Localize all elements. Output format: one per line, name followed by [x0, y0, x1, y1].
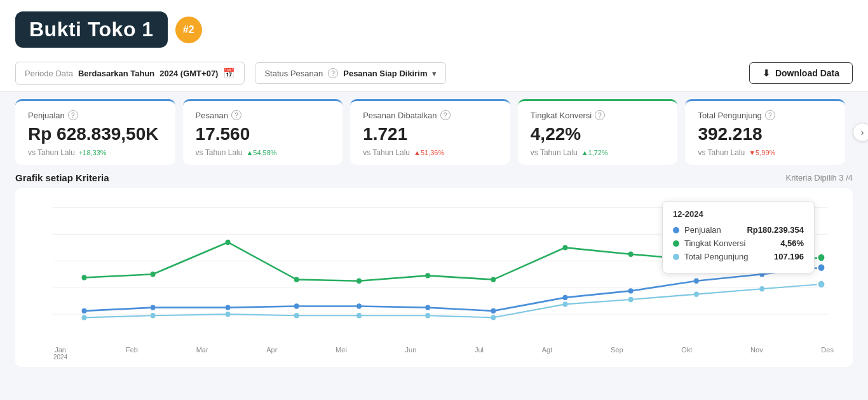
- svg-point-25: [628, 252, 634, 257]
- download-label: Download Data: [775, 68, 839, 78]
- svg-point-34: [425, 313, 430, 318]
- status-help-icon: ?: [328, 68, 338, 78]
- metric-help-icon: ?: [68, 110, 78, 120]
- svg-point-14: [694, 279, 699, 284]
- metric-value: 4,22%: [531, 124, 665, 144]
- chart-tooltip: 12-2024 Penjualan Rp180.239.354 Tingkat …: [662, 201, 815, 273]
- metric-title: Pesanan: [196, 111, 228, 120]
- metric-compare: vs Tahun Lalu ▼5,99%: [698, 148, 832, 157]
- chart-header: Grafik setiap Kriteria Kriteria Dipilih …: [15, 172, 853, 183]
- metrics-row: Penjualan ? Rp 628.839,50K vs Tahun Lalu…: [0, 92, 868, 172]
- svg-point-42: [818, 254, 825, 262]
- status-filter[interactable]: Status Pesanan ? Pesanan Siap Dikirim ▾: [255, 62, 446, 84]
- tooltip-dot-pengunjung: [673, 254, 679, 260]
- periode-label: Periode Data: [25, 69, 73, 78]
- x-axis-label: Mar: [196, 346, 208, 361]
- svg-point-41: [818, 263, 825, 272]
- toolbar: Periode Data Berdasarkan Tahun 2024 (GMT…: [0, 55, 868, 92]
- metric-compare-label: vs Tahun Lalu: [698, 148, 745, 157]
- tooltip-value-pengunjung: 107.196: [774, 252, 804, 261]
- svg-point-20: [294, 277, 299, 282]
- metric-trend: ▲1,72%: [581, 149, 608, 156]
- chart-title: Grafik setiap Kriteria: [15, 172, 109, 183]
- calendar-icon[interactable]: 📅: [223, 67, 235, 79]
- svg-point-22: [425, 273, 430, 278]
- metric-header: Penjualan ?: [28, 110, 163, 120]
- metric-card: Pesanan ? 17.560 vs Tahun Lalu ▲54,58%: [183, 99, 343, 165]
- svg-point-19: [226, 240, 231, 245]
- metric-card: Total Pengunjung ? 392.218 vs Tahun Lalu…: [685, 99, 845, 165]
- metric-value: 1.721: [363, 124, 498, 144]
- tooltip-dot-konversi: [673, 240, 679, 247]
- x-axis-label: Mei: [336, 346, 347, 361]
- tooltip-value-konversi: 4,56%: [780, 238, 804, 248]
- svg-point-35: [491, 315, 496, 320]
- metric-header: Total Pengunjung ?: [698, 110, 832, 120]
- x-axis-label: Sep: [611, 346, 623, 361]
- metric-help-icon: ?: [231, 110, 241, 120]
- svg-point-7: [226, 305, 231, 310]
- metric-help-icon: ?: [595, 110, 605, 120]
- criteria-text: Kriteria Dipilih 3 /4: [786, 173, 853, 183]
- periode-filter[interactable]: Periode Data Berdasarkan Tahun 2024 (GMT…: [15, 62, 245, 85]
- tooltip-label-pengunjung: Total Pengunjung: [684, 252, 769, 261]
- metric-compare: vs Tahun Lalu ▲54,58%: [196, 148, 330, 157]
- metric-header: Pesanan Dibatalkan ?: [363, 110, 498, 120]
- svg-point-30: [151, 313, 156, 318]
- metric-help-icon: ?: [440, 110, 451, 120]
- x-axis-label: Des: [821, 346, 834, 361]
- tooltip-value-penjualan: Rp180.239.354: [747, 225, 804, 235]
- svg-point-8: [294, 303, 299, 308]
- metric-card: Penjualan ? Rp 628.839,50K vs Tahun Lalu…: [15, 99, 175, 165]
- tooltip-row-2: Tingkat Konversi 4,56%: [673, 238, 804, 248]
- metric-title: Tingkat Konversi: [531, 111, 592, 120]
- svg-point-5: [82, 308, 87, 314]
- metric-trend: ▲51,36%: [414, 149, 444, 156]
- metric-compare-label: vs Tahun Lalu: [28, 148, 75, 157]
- x-axis-label: Apr: [266, 346, 277, 361]
- svg-point-10: [425, 305, 430, 310]
- metric-trend: ▲54,58%: [246, 149, 276, 156]
- chevron-down-icon: ▾: [432, 69, 437, 78]
- tooltip-label-konversi: Tingkat Konversi: [684, 238, 775, 248]
- svg-point-23: [491, 277, 496, 282]
- x-axis-label: Nov: [750, 346, 763, 361]
- next-button[interactable]: ›: [853, 123, 868, 142]
- x-axis-label: Okt: [681, 346, 692, 361]
- x-axis-label: Jan2024: [53, 346, 67, 361]
- status-value: Pesanan Siap Dikirim: [343, 69, 427, 78]
- svg-point-43: [818, 280, 825, 289]
- x-axis-labels: Jan2024FebMarAprMeiJunJulAgtSepOktNovDes: [28, 343, 840, 361]
- metric-compare-label: vs Tahun Lalu: [363, 148, 410, 157]
- page-header: Bukti Toko 1 #2: [0, 0, 868, 55]
- metric-value: Rp 628.839,50K: [28, 124, 163, 144]
- svg-point-37: [628, 297, 634, 302]
- metric-value: 17.560: [196, 124, 330, 144]
- svg-point-9: [356, 303, 362, 308]
- tooltip-dot-penjualan: [673, 227, 679, 233]
- svg-point-32: [294, 313, 299, 318]
- metric-help-icon: ?: [765, 110, 775, 120]
- store-badge: #2: [175, 17, 202, 43]
- metric-compare-label: vs Tahun Lalu: [531, 148, 578, 157]
- svg-point-21: [356, 279, 362, 284]
- svg-point-6: [151, 305, 156, 310]
- download-icon: ⬇: [763, 68, 770, 78]
- svg-point-38: [694, 291, 699, 296]
- svg-point-39: [759, 286, 764, 291]
- metric-title: Penjualan: [28, 111, 65, 120]
- svg-point-33: [356, 313, 362, 318]
- metric-compare: vs Tahun Lalu +18,33%: [28, 148, 163, 157]
- tooltip-label-penjualan: Penjualan: [684, 225, 742, 235]
- x-axis-label: Jun: [405, 346, 417, 361]
- metric-value: 392.218: [698, 124, 832, 144]
- metric-compare: vs Tahun Lalu ▲51,36%: [363, 148, 498, 157]
- metric-header: Tingkat Konversi ?: [531, 110, 665, 120]
- svg-point-29: [82, 315, 87, 320]
- metric-title: Total Pengunjung: [698, 111, 761, 120]
- tooltip-date: 12-2024: [673, 209, 804, 219]
- x-axis-label: Feb: [126, 346, 138, 361]
- svg-point-36: [563, 301, 568, 307]
- svg-point-31: [226, 312, 231, 317]
- download-button[interactable]: ⬇ Download Data: [749, 62, 853, 84]
